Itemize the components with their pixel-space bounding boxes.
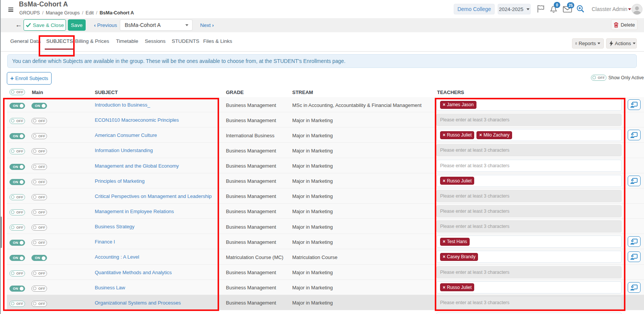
save-button[interactable]: Save — [68, 19, 86, 31]
assign-teacher-button[interactable] — [628, 99, 641, 110]
subject-link[interactable]: Principles of Marketing — [95, 178, 145, 184]
subject-link[interactable]: Business Strategy — [95, 224, 135, 229]
assign-teacher-button[interactable] — [628, 176, 641, 186]
tab-timetable[interactable]: Timetable — [116, 38, 138, 44]
row-main-toggle[interactable]: OFF — [31, 164, 47, 170]
row-main-toggle[interactable]: OFF — [31, 179, 47, 185]
row-active-toggle[interactable]: ON — [9, 133, 25, 139]
subject-link[interactable]: Business Law — [95, 285, 125, 290]
notifications-bell-icon[interactable]: 0 — [549, 5, 558, 13]
previous-group-link[interactable]: ‹ Previous — [94, 22, 117, 28]
show-only-active-toggle[interactable]: OFF — [591, 75, 606, 81]
teacher-chip[interactable]: ×Russo Juliet — [440, 177, 474, 185]
teachers-input[interactable]: ×Russo Juliet — [436, 175, 622, 187]
row-main-toggle[interactable]: ON — [31, 255, 47, 261]
remove-teacher-icon[interactable]: × — [443, 254, 445, 259]
row-active-toggle[interactable]: ON — [9, 164, 25, 170]
remove-teacher-icon[interactable]: × — [443, 102, 445, 107]
subject-link[interactable]: American Consumer Culture — [95, 132, 157, 138]
remove-teacher-icon[interactable]: × — [443, 133, 445, 137]
messages-envelope-icon[interactable]: 25 — [563, 5, 572, 13]
teacher-chip[interactable]: ×Casey Brandy — [440, 253, 478, 261]
row-active-toggle[interactable]: OFF — [9, 301, 25, 307]
teacher-chip[interactable]: ×Test Hans — [440, 238, 470, 246]
row-main-toggle[interactable]: OFF — [31, 225, 47, 231]
row-main-toggle[interactable]: OFF — [31, 240, 47, 246]
row-main-toggle[interactable]: ON — [31, 103, 47, 109]
row-active-toggle[interactable]: ON — [9, 240, 25, 246]
subject-link[interactable]: Accounting : A Level — [95, 254, 139, 260]
subject-link[interactable]: Finance I — [95, 239, 115, 245]
delete-button[interactable]: Delete — [611, 19, 638, 30]
row-active-toggle[interactable]: OFF — [9, 148, 25, 154]
teacher-chip[interactable]: ×Russo Juliet — [440, 283, 474, 291]
teacher-chip[interactable]: ×James Jason — [440, 101, 476, 109]
row-main-toggle[interactable]: OFF — [31, 301, 47, 307]
teachers-input[interactable]: Please enter at least 3 characters — [436, 160, 622, 172]
institution-button[interactable]: Demo College — [454, 4, 495, 14]
user-menu[interactable]: Classter Admin — [592, 6, 627, 12]
row-active-toggle[interactable]: ON — [9, 179, 25, 185]
row-active-toggle[interactable]: OFF — [9, 270, 25, 276]
tab-sessions[interactable]: Sessions — [145, 38, 166, 44]
user-avatar[interactable] — [631, 4, 642, 15]
row-active-toggle[interactable]: OFF — [9, 118, 25, 124]
academic-year-dropdown[interactable]: 2024-2025 — [498, 4, 531, 14]
teachers-input[interactable]: ×Russo Juliet×Milo Zachary — [436, 129, 622, 141]
assign-teacher-button[interactable] — [628, 282, 641, 293]
teachers-input[interactable]: ×Russo Juliet — [436, 281, 622, 294]
teachers-input[interactable]: ×Casey Brandy — [436, 251, 622, 263]
group-selector-dropdown[interactable]: BsMa-Cohort A — [120, 19, 193, 31]
actions-dropdown-button[interactable]: Actions — [606, 38, 637, 49]
assign-teacher-button[interactable] — [628, 251, 641, 262]
remove-teacher-icon[interactable]: × — [443, 285, 445, 290]
row-active-toggle[interactable]: ON — [9, 255, 25, 261]
subject-link[interactable]: Management and the Global Economy — [95, 163, 179, 169]
subject-link[interactable]: ECON1010 Macroeconomic Principles — [95, 117, 179, 123]
zoom-search-icon[interactable] — [576, 5, 585, 13]
remove-teacher-icon[interactable]: × — [443, 179, 445, 183]
tab-general-data[interactable]: General Data — [10, 38, 41, 44]
header-active-toggle[interactable]: OFF — [9, 89, 25, 95]
row-main-toggle[interactable]: OFF — [31, 286, 47, 292]
teacher-chip[interactable]: ×Milo Zachary — [476, 131, 512, 139]
next-group-link[interactable]: Next › — [200, 22, 214, 28]
subject-link[interactable]: Management in Employee Relations — [95, 209, 174, 214]
tab-billing-prices[interactable]: Billing & Prices — [75, 38, 109, 44]
row-main-toggle[interactable]: OFF — [31, 209, 47, 215]
row-main-toggle[interactable]: OFF — [31, 148, 47, 154]
user-caret-icon[interactable] — [628, 8, 631, 10]
reports-dropdown-button[interactable]: Reports — [572, 38, 604, 49]
assign-teacher-button[interactable] — [628, 236, 641, 247]
subject-link[interactable]: Critical Perspectives on Management and … — [95, 193, 212, 199]
remove-teacher-icon[interactable]: × — [479, 133, 482, 137]
tab-subjects[interactable]: SUBJECTS — [46, 38, 73, 44]
row-active-toggle[interactable]: OFF — [9, 209, 25, 215]
header-right-cluster: Demo College 2024-2025 0 25 Classter Adm… — [0, 0, 644, 18]
flag-icon[interactable] — [536, 5, 545, 13]
left-scrollbar-thumb[interactable] — [0, 217, 2, 248]
assign-teacher-button[interactable] — [628, 130, 641, 140]
tab-files-links[interactable]: Files & Links — [203, 38, 232, 44]
subject-link[interactable]: Introduction to Business_ — [95, 102, 150, 108]
row-main-toggle[interactable]: OFF — [31, 133, 47, 139]
plus-icon: + — [10, 75, 14, 82]
tab-students[interactable]: STUDENTS — [172, 38, 199, 44]
teacher-chip[interactable]: ×Russo Juliet — [440, 131, 474, 139]
teachers-input[interactable]: ×James Jason — [436, 99, 622, 111]
row-active-toggle[interactable]: ON — [9, 103, 25, 109]
save-and-close-button[interactable]: Save & Close — [24, 19, 66, 31]
row-main-toggle[interactable]: OFF — [31, 194, 47, 200]
remove-teacher-icon[interactable]: × — [443, 239, 445, 244]
row-active-toggle[interactable]: OFF — [9, 225, 25, 231]
subject-link[interactable]: Organizational Systems and Processes — [95, 300, 181, 306]
subject-link[interactable]: Quantitative Methods and Analytics — [95, 270, 172, 275]
teachers-input[interactable]: ×Test Hans — [436, 236, 622, 248]
row-active-toggle[interactable]: OFF — [9, 194, 25, 200]
row-active-toggle[interactable]: ON — [9, 286, 25, 292]
row-main-toggle[interactable]: OFF — [31, 118, 47, 124]
row-main-toggle[interactable]: OFF — [31, 270, 47, 276]
subject-link[interactable]: Information Understanding — [95, 148, 153, 153]
enroll-subjects-button[interactable]: +Enroll Subjects — [7, 72, 52, 85]
back-arrow-button[interactable]: ← — [15, 21, 22, 29]
